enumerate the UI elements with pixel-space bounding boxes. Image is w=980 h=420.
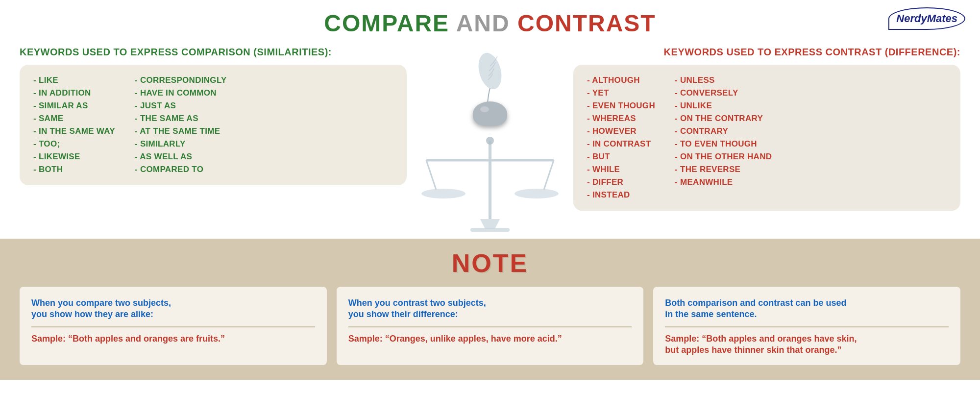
title-contrast: CONTRAST xyxy=(517,10,656,36)
divider-3 xyxy=(665,326,949,327)
main-title: COMPARE AND CONTRAST xyxy=(20,10,960,37)
contrast-keyword: - MEANWHILE xyxy=(675,177,772,187)
svg-rect-8 xyxy=(470,228,510,232)
keywords-row: KEYWORDS USED TO EXPRESS COMPARISON (SIM… xyxy=(20,47,960,234)
contrast-keyword: - UNLESS xyxy=(675,75,772,85)
contrast-keyword: - ALTHOUGH xyxy=(587,75,655,85)
comparison-keyword: - HAVE IN COMMON xyxy=(135,88,227,98)
contrast-keyword: - TO EVEN THOUGH xyxy=(675,139,772,149)
svg-line-3 xyxy=(426,160,436,190)
comparison-keyword: - SIMILARLY xyxy=(135,139,227,149)
contrast-keyword: - ON THE CONTRARY xyxy=(675,114,772,124)
comparison-section: KEYWORDS USED TO EXPRESS COMPARISON (SIM… xyxy=(20,47,407,185)
contrast-section: KEYWORDS USED TO EXPRESS CONTRAST (DIFFE… xyxy=(573,47,960,211)
comparison-keyword: - AT THE SAME TIME xyxy=(135,126,227,136)
contrast-col1: - ALTHOUGH- YET- EVEN THOUGH- WHEREAS- H… xyxy=(587,75,655,200)
comparison-keyword: - SIMILAR AS xyxy=(33,101,115,111)
svg-marker-7 xyxy=(480,219,500,229)
contrast-box: - ALTHOUGH- YET- EVEN THOUGH- WHEREAS- H… xyxy=(573,65,960,211)
note-card-3: Both comparison and contrast can be used… xyxy=(653,287,960,365)
note-cards-row: When you compare two subjects,you show h… xyxy=(20,287,960,365)
comparison-keyword: - LIKEWISE xyxy=(33,152,115,162)
note-card-1-heading: When you compare two subjects,you show h… xyxy=(31,297,315,321)
contrast-keyword: - UNLIKE xyxy=(675,101,772,111)
note-card-2-heading: When you contrast two subjects,you show … xyxy=(348,297,632,321)
contrast-keyword: - BUT xyxy=(587,152,655,162)
contrast-keyword: - CONVERSELY xyxy=(675,88,772,98)
comparison-keyword: - IN THE SAME WAY xyxy=(33,126,115,136)
top-section: NerdyMates COMPARE AND CONTRAST KEYWORDS… xyxy=(0,0,980,239)
comparison-box: - LIKE- IN ADDITION- SIMILAR AS- SAME- I… xyxy=(20,65,407,185)
comparison-keyword: - THE SAME AS xyxy=(135,114,227,124)
note-title: NOTE xyxy=(20,248,960,278)
inkwell-icon xyxy=(473,101,507,126)
comparison-keyword: - AS WELL AS xyxy=(135,152,227,162)
comparison-keyword: - TOO; xyxy=(33,139,115,149)
contrast-keyword: - IN CONTRAST xyxy=(587,139,655,149)
contrast-keyword: - INSTEAD xyxy=(587,190,655,200)
svg-line-4 xyxy=(544,160,554,190)
comparison-title: KEYWORDS USED TO EXPRESS COMPARISON (SIM… xyxy=(20,47,407,58)
note-card-1-sample: Sample: “Both apples and oranges are fru… xyxy=(31,333,315,345)
contrast-keyword: - WHEREAS xyxy=(587,114,655,124)
comparison-keyword: - CORRESPONDINGLY xyxy=(135,75,227,85)
brand-logo: NerdyMates xyxy=(888,7,965,30)
title-compare: COMPARE xyxy=(324,10,449,36)
svg-point-0 xyxy=(475,51,505,92)
contrast-col2: - UNLESS- CONVERSELY- UNLIKE- ON THE CON… xyxy=(675,75,772,200)
contrast-keyword: - YET xyxy=(587,88,655,98)
contrast-keyword: - DIFFER xyxy=(587,177,655,187)
svg-point-5 xyxy=(421,189,466,198)
comparison-keyword: - SAME xyxy=(33,114,115,124)
comparison-col1: - LIKE- IN ADDITION- SIMILAR AS- SAME- I… xyxy=(33,75,115,174)
quill-icon xyxy=(468,51,512,105)
note-section: NOTE When you compare two subjects,you s… xyxy=(0,239,980,380)
contrast-keyword: - CONTRARY xyxy=(675,126,772,136)
title-and: AND xyxy=(449,10,517,36)
contrast-keyword: - WHILE xyxy=(587,165,655,174)
note-card-1: When you compare two subjects,you show h… xyxy=(20,287,327,365)
svg-point-9 xyxy=(486,137,494,145)
note-card-3-heading: Both comparison and contrast can be used… xyxy=(665,297,949,321)
contrast-keyword: - EVEN THOUGH xyxy=(587,101,655,111)
divider-1 xyxy=(31,326,315,327)
contrast-keyword: - THE REVERSE xyxy=(675,165,772,174)
comparison-keyword: - IN ADDITION xyxy=(33,88,115,98)
contrast-title: KEYWORDS USED TO EXPRESS CONTRAST (DIFFE… xyxy=(573,47,960,58)
contrast-keyword: - HOWEVER xyxy=(587,126,655,136)
comparison-keyword: - LIKE xyxy=(33,75,115,85)
note-card-3-sample: Sample: “Both apples and oranges have sk… xyxy=(665,333,949,356)
note-card-2: When you contrast two subjects,you show … xyxy=(337,287,644,365)
balance-scale xyxy=(416,136,564,234)
note-card-2-sample: Sample: “Oranges, unlike apples, have mo… xyxy=(348,333,632,345)
divider-2 xyxy=(348,326,632,327)
scale-illustration xyxy=(407,47,573,234)
comparison-keyword: - BOTH xyxy=(33,165,115,174)
comparison-keyword: - COMPARED TO xyxy=(135,165,227,174)
svg-point-6 xyxy=(514,189,559,198)
contrast-keyword: - ON THE OTHER HAND xyxy=(675,152,772,162)
comparison-col2: - CORRESPONDINGLY- HAVE IN COMMON- JUST … xyxy=(135,75,227,174)
comparison-keyword: - JUST AS xyxy=(135,101,227,111)
